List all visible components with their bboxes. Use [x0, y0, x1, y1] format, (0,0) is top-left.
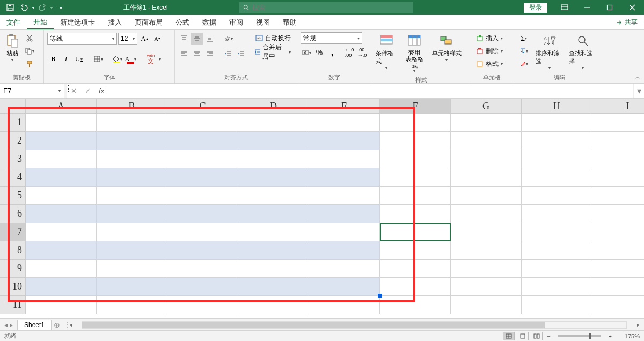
cell[interactable]: [309, 296, 380, 314]
row-header[interactable]: 10: [0, 278, 26, 296]
cell[interactable]: [380, 150, 451, 168]
cell[interactable]: [167, 132, 238, 150]
cell[interactable]: [522, 296, 592, 314]
cell[interactable]: [522, 132, 592, 150]
undo-dropdown-icon[interactable]: ▾: [32, 5, 34, 10]
cell[interactable]: [26, 241, 97, 260]
formula-bar-expand-button[interactable]: ▾: [633, 84, 644, 98]
cell[interactable]: [167, 205, 238, 223]
select-all-corner[interactable]: [0, 99, 26, 114]
cell[interactable]: [522, 205, 592, 223]
row-header[interactable]: 3: [0, 150, 26, 168]
format-as-table-button[interactable]: 套用 表格格式▾: [402, 32, 426, 75]
login-button[interactable]: 登录: [524, 3, 547, 13]
tab-insert[interactable]: 插入: [101, 15, 128, 29]
cell[interactable]: [167, 187, 238, 205]
cell[interactable]: [167, 114, 238, 132]
decrease-decimal-button[interactable]: .00→.0: [356, 47, 368, 58]
cell[interactable]: [97, 296, 167, 314]
cell[interactable]: [592, 114, 644, 132]
decrease-font-button[interactable]: A▾: [151, 33, 163, 45]
cell[interactable]: [522, 187, 592, 205]
cell[interactable]: [592, 150, 644, 168]
cell[interactable]: [26, 168, 97, 187]
tab-help[interactable]: 帮助: [276, 15, 303, 29]
fx-button[interactable]: fx: [94, 84, 108, 98]
zoom-slider-thumb[interactable]: [589, 333, 591, 339]
qat-customize-icon[interactable]: ▾: [55, 2, 67, 13]
hscroll-right-button[interactable]: ▸: [634, 321, 642, 329]
cell[interactable]: [522, 114, 592, 132]
minimize-button[interactable]: [576, 0, 598, 15]
cell[interactable]: [309, 241, 380, 260]
column-header[interactable]: D: [238, 99, 309, 114]
format-cells-button[interactable]: 格式▾: [474, 58, 504, 70]
row-header[interactable]: 6: [0, 205, 26, 223]
cell[interactable]: [238, 187, 309, 205]
cell[interactable]: [97, 150, 167, 168]
cell[interactable]: [238, 296, 309, 314]
cell[interactable]: [97, 278, 167, 296]
row-header[interactable]: 2: [0, 132, 26, 150]
sheet-nav-prev[interactable]: ◂: [4, 321, 8, 329]
cell[interactable]: [380, 168, 451, 187]
zoom-out-button[interactable]: −: [545, 333, 552, 339]
cell[interactable]: [451, 241, 522, 260]
cell[interactable]: [522, 223, 592, 241]
row-header[interactable]: 7: [0, 223, 26, 241]
row-header[interactable]: 9: [0, 260, 26, 278]
font-size-select[interactable]: 12▾: [118, 33, 137, 45]
cell[interactable]: [238, 260, 309, 278]
cell[interactable]: [380, 278, 451, 296]
cell[interactable]: [451, 187, 522, 205]
zoom-level[interactable]: 175%: [616, 333, 640, 339]
ribbon-display-options-icon[interactable]: [554, 0, 575, 15]
tab-view[interactable]: 视图: [250, 15, 276, 29]
cell[interactable]: [592, 205, 644, 223]
cell[interactable]: [451, 114, 522, 132]
cell[interactable]: [309, 223, 380, 241]
confirm-formula-button[interactable]: ✓: [80, 84, 94, 98]
column-header[interactable]: B: [97, 99, 167, 114]
cell[interactable]: [309, 150, 380, 168]
row-header[interactable]: 1: [0, 114, 26, 132]
zoom-in-button[interactable]: +: [606, 333, 614, 339]
collapse-ribbon-button[interactable]: ︿: [635, 73, 641, 81]
sheet-tab-active[interactable]: Sheet1: [17, 320, 52, 330]
save-icon[interactable]: [4, 2, 16, 13]
align-top-button[interactable]: [178, 33, 190, 45]
fill-color-button[interactable]: ▾: [112, 53, 123, 65]
redo-dropdown-icon[interactable]: ▾: [50, 5, 53, 10]
increase-indent-button[interactable]: [235, 48, 247, 60]
cell[interactable]: [309, 114, 380, 132]
redo-button[interactable]: [36, 2, 48, 13]
cell[interactable]: [97, 223, 167, 241]
cell[interactable]: [380, 205, 451, 223]
cell[interactable]: [97, 114, 167, 132]
tab-layout[interactable]: 页面布局: [128, 15, 169, 29]
decrease-indent-button[interactable]: [222, 48, 234, 60]
accounting-format-button[interactable]: ¥▾: [301, 47, 312, 58]
column-header[interactable]: F: [380, 99, 451, 114]
cell[interactable]: [97, 241, 167, 260]
copy-button[interactable]: ▾: [24, 45, 35, 57]
cell[interactable]: [238, 223, 309, 241]
cell[interactable]: [309, 205, 380, 223]
cell[interactable]: [522, 241, 592, 260]
cell[interactable]: [26, 223, 97, 241]
cell[interactable]: [451, 296, 522, 314]
cell[interactable]: [26, 187, 97, 205]
cell[interactable]: [309, 260, 380, 278]
cell[interactable]: [167, 296, 238, 314]
increase-font-button[interactable]: A▴: [138, 33, 150, 45]
bold-button[interactable]: B: [47, 53, 59, 65]
cell[interactable]: [238, 150, 309, 168]
column-header[interactable]: H: [522, 99, 592, 114]
cell[interactable]: [238, 168, 309, 187]
format-painter-button[interactable]: [24, 58, 35, 70]
font-color-button[interactable]: A▾: [125, 53, 136, 65]
cell[interactable]: [451, 168, 522, 187]
font-name-select[interactable]: 等线▾: [47, 33, 117, 45]
cell[interactable]: [238, 132, 309, 150]
cell[interactable]: [451, 223, 522, 241]
